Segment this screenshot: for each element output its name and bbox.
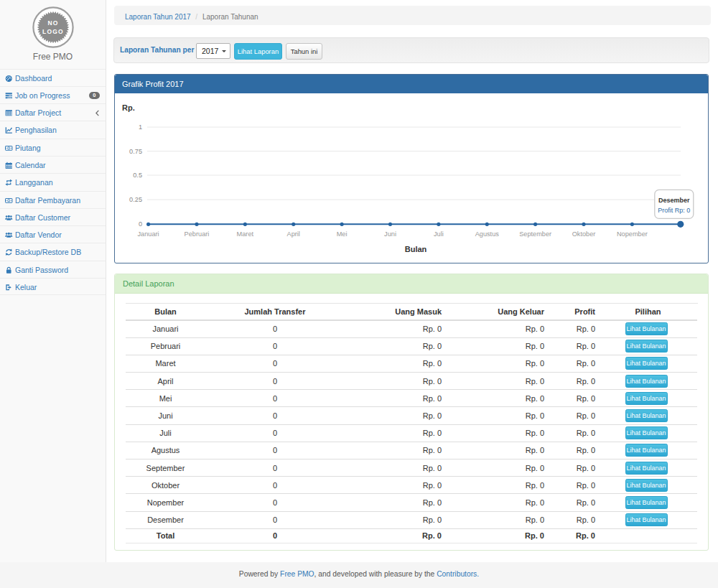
svg-text:Bulan: Bulan bbox=[405, 245, 427, 253]
svg-text:Mei: Mei bbox=[337, 230, 348, 238]
svg-text:1: 1 bbox=[139, 123, 142, 131]
svg-text:NO: NO bbox=[47, 19, 58, 27]
svg-text:Agustus: Agustus bbox=[475, 230, 500, 238]
svg-text:Pebruari: Pebruari bbox=[185, 230, 210, 238]
svg-text:0.5: 0.5 bbox=[133, 172, 142, 179]
svg-text:Juni: Juni bbox=[384, 230, 396, 238]
svg-text:Desember: Desember bbox=[658, 197, 690, 204]
svg-text:Oktober: Oktober bbox=[572, 230, 596, 238]
svg-text:Januari: Januari bbox=[138, 230, 159, 238]
svg-text:0.75: 0.75 bbox=[129, 148, 142, 155]
svg-text:Nopember: Nopember bbox=[617, 230, 648, 238]
svg-text:0: 0 bbox=[139, 220, 142, 228]
svg-text:Maret: Maret bbox=[237, 230, 254, 238]
svg-text:April: April bbox=[287, 230, 300, 238]
svg-text:LOGO: LOGO bbox=[42, 28, 64, 35]
svg-text:Profit Rp: 0: Profit Rp: 0 bbox=[658, 207, 690, 214]
svg-text:September: September bbox=[519, 230, 551, 238]
svg-text:Rp.: Rp. bbox=[122, 103, 135, 112]
svg-text:Juli: Juli bbox=[434, 230, 444, 238]
svg-text:0.25: 0.25 bbox=[129, 196, 142, 203]
